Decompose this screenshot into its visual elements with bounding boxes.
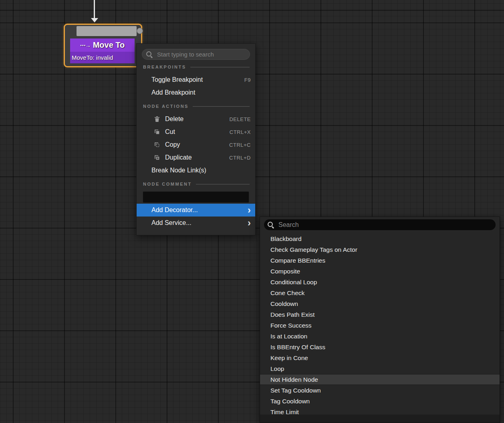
section-header-label: NODE COMMENT [143, 182, 192, 186]
shortcut-label: CTRL+D [229, 155, 251, 161]
menu-item-label: Add Breakpoint [151, 89, 195, 96]
section-header-node-comment: NODE COMMENT [137, 178, 255, 190]
execution-wire-arrowhead [91, 18, 98, 22]
menu-item-add-breakpoint[interactable]: Add Breakpoint [137, 86, 255, 99]
node-name-plate [77, 26, 137, 36]
shortcut-label: CTRL+X [230, 129, 251, 135]
decorator-item-is-at-location[interactable]: Is at Location [260, 331, 500, 342]
decorator-item-tag-cooldown[interactable]: Tag Cooldown [260, 396, 500, 407]
submenu-search-input[interactable] [278, 221, 492, 229]
menu-item-label: Add Service... [151, 219, 192, 227]
shortcut-label: DELETE [229, 116, 251, 122]
execution-wire [94, 0, 95, 19]
decorator-item-loop[interactable]: Loop [260, 363, 500, 374]
shortcut-label: F9 [244, 77, 251, 83]
decorator-item-composite[interactable]: Composite [260, 266, 500, 277]
node-title-bar: ⋯→ Move To [70, 38, 135, 52]
search-icon [268, 222, 274, 228]
menu-item-label: Copy [165, 141, 180, 148]
menu-item-label: Add Decorator... [151, 206, 198, 214]
move-to-node[interactable]: ⋯→ Move To MoveTo: invalid [64, 24, 142, 67]
add-decorator-submenu: Blackboard Check Gameplay Tags on Actor … [260, 217, 500, 423]
node-comment-row [137, 190, 255, 204]
node-subtitle: MoveTo: invalid [70, 52, 135, 63]
node-title: Move To [93, 40, 125, 50]
decorator-list: Blackboard Check Gameplay Tags on Actor … [260, 232, 500, 415]
decorator-item-keep-in-cone[interactable]: Keep in Cone [260, 352, 500, 363]
decorator-item-force-success[interactable]: Force Success [260, 320, 500, 331]
decorator-item-cooldown[interactable]: Cooldown [260, 298, 500, 309]
section-header-label: NODE ACTIONS [143, 104, 189, 109]
decorator-item-not-hidden-node[interactable]: Not Hidden Node [260, 374, 500, 385]
decorator-item-blackboard[interactable]: Blackboard [260, 233, 500, 244]
trash-icon [154, 116, 160, 122]
decorator-item-time-limit[interactable]: Time Limit [260, 407, 500, 415]
context-menu-search-box[interactable] [142, 49, 250, 60]
section-header-breakpoints: BREAKPOINTS [137, 61, 255, 73]
menu-item-label: Break Node Link(s) [151, 167, 206, 174]
menu-item-label: Duplicate [165, 154, 192, 161]
context-menu-search-input[interactable] [156, 51, 246, 58]
chevron-right-icon: › [248, 205, 251, 215]
menu-item-label: Cut [165, 128, 175, 136]
node-context-menu: BREAKPOINTS Toggle Breakpoint F9 Add Bre… [136, 43, 256, 235]
menu-item-add-service[interactable]: Add Service... › [137, 217, 255, 229]
section-divider [190, 67, 250, 67]
menu-item-duplicate[interactable]: Duplicate CTRL+D [137, 151, 255, 164]
menu-item-add-decorator[interactable]: Add Decorator... › [137, 204, 255, 217]
node-comment-input[interactable] [143, 191, 249, 203]
node-info-badge [137, 28, 143, 34]
submenu-footer [260, 415, 500, 423]
chevron-right-icon: › [248, 218, 251, 228]
menu-item-label: Toggle Breakpoint [151, 76, 203, 83]
section-divider [196, 184, 250, 184]
decorator-item-set-tag-cooldown[interactable]: Set Tag Cooldown [260, 385, 500, 396]
section-header-node-actions: NODE ACTIONS [137, 100, 255, 113]
section-divider [193, 106, 250, 107]
menu-item-toggle-breakpoint[interactable]: Toggle Breakpoint F9 [137, 73, 255, 86]
decorator-item-compare-bbentries[interactable]: Compare BBEntries [260, 255, 500, 266]
menu-item-copy[interactable]: Copy CTRL+C [137, 138, 255, 151]
menu-item-label: Delete [165, 115, 183, 123]
cut-icon [154, 129, 160, 135]
menu-item-delete[interactable]: Delete DELETE [137, 113, 255, 125]
section-header-label: BREAKPOINTS [143, 65, 186, 69]
duplicate-icon [154, 154, 160, 161]
decorator-item-does-path-exist[interactable]: Does Path Exist [260, 309, 500, 320]
shortcut-label: CTRL+C [229, 142, 251, 148]
move-to-icon: ⋯→ [80, 42, 91, 49]
decorator-item-conditional-loop[interactable]: Conditional Loop [260, 277, 500, 287]
menu-item-break-node-links[interactable]: Break Node Link(s) [137, 164, 255, 177]
decorator-item-is-bbentry-of-class[interactable]: Is BBEntry Of Class [260, 342, 500, 352]
decorator-item-check-gameplay-tags-on-actor[interactable]: Check Gameplay Tags on Actor [260, 244, 500, 255]
node-body[interactable]: ⋯→ Move To MoveTo: invalid [70, 38, 135, 63]
search-icon [146, 51, 153, 58]
decorator-item-cone-check[interactable]: Cone Check [260, 287, 500, 298]
submenu-search-box[interactable] [264, 219, 496, 230]
copy-icon [154, 142, 160, 148]
menu-item-cut[interactable]: Cut CTRL+X [137, 125, 255, 138]
